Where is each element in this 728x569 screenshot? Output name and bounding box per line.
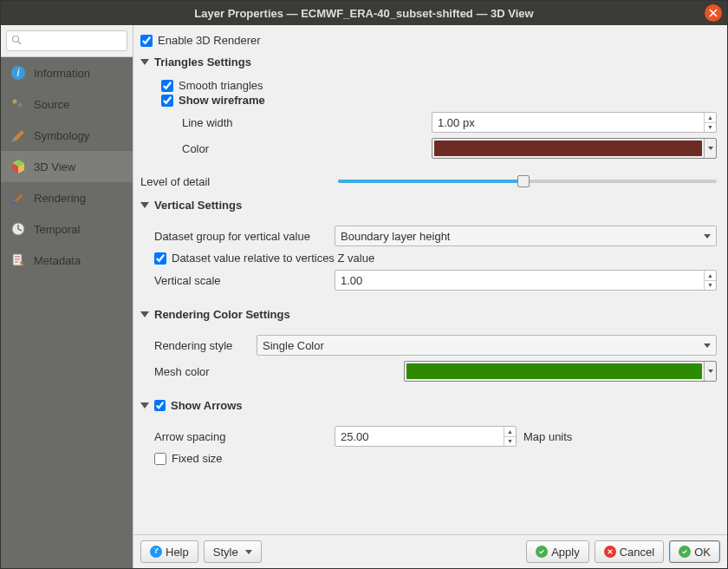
linewidth-field[interactable]: ▲▼ — [432, 112, 717, 133]
vertical-scale-input[interactable] — [335, 270, 717, 291]
show-wireframe-checkbox[interactable]: Show wireframe — [161, 94, 717, 107]
help-icon: ? — [150, 546, 162, 558]
sidebar-item-label: Source — [34, 98, 69, 111]
sidebar-item-source[interactable]: Source — [1, 88, 133, 120]
spin-up-icon[interactable]: ▲ — [704, 271, 716, 281]
spin-down-icon[interactable]: ▼ — [504, 437, 516, 447]
sidebar-item-information[interactable]: i Information — [1, 57, 133, 88]
show-arrows-input[interactable] — [154, 400, 166, 411]
chevron-down-icon — [704, 234, 711, 239]
smooth-triangles-checkbox[interactable]: Smooth triangles — [161, 79, 717, 92]
fixed-size-input[interactable] — [154, 453, 166, 465]
wire-color-button[interactable] — [432, 138, 717, 159]
sidebar-item-rendering[interactable]: Rendering — [1, 182, 133, 213]
window-title: Layer Properties — ECMWF_ERA-40_subset-s… — [194, 7, 533, 20]
wire-color-label: Color — [182, 142, 425, 155]
color-dropdown-icon[interactable] — [704, 362, 716, 381]
chevron-down-icon — [704, 343, 711, 348]
svg-line-1 — [18, 42, 21, 44]
relative-z-checkbox[interactable]: Dataset value relative to vertices Z val… — [154, 252, 717, 265]
slider-thumb[interactable] — [517, 175, 530, 187]
sidebar-item-temporal[interactable]: Temporal — [1, 213, 133, 245]
spin-up-icon[interactable]: ▲ — [704, 113, 716, 123]
enable-3d-checkbox[interactable]: Enable 3D Renderer — [140, 34, 717, 47]
arrow-spacing-row: Arrow spacing ▲▼ Map units — [154, 426, 717, 447]
triangles-body: Smooth triangles Show wireframe Line wid… — [140, 74, 717, 167]
lod-row: Level of detail — [140, 173, 717, 190]
rcolor-heading[interactable]: Rendering Color Settings — [140, 308, 717, 321]
cancel-button[interactable]: Cancel — [595, 540, 664, 563]
section-title: Vertical Settings — [154, 199, 242, 212]
wire-color-row: Color — [182, 138, 717, 159]
check-icon — [679, 546, 691, 558]
wire-color-swatch — [434, 141, 702, 156]
apply-button[interactable]: Apply — [526, 540, 589, 563]
rcolor-body: Rendering style Single Color Mesh color — [140, 326, 717, 390]
color-dropdown-icon[interactable] — [704, 139, 716, 158]
sidebar-item-label: Metadata — [34, 254, 81, 267]
vertical-body: Dataset group for vertical value Boundar… — [140, 217, 717, 299]
sidebar-item-metadata[interactable]: Metadata — [1, 245, 133, 276]
arrow-spacing-input[interactable] — [335, 426, 517, 447]
spin-up-icon[interactable]: ▲ — [504, 427, 516, 437]
ok-button[interactable]: OK — [669, 540, 720, 563]
style-button[interactable]: Style — [204, 540, 262, 563]
lod-label: Level of detail — [140, 175, 331, 188]
help-button[interactable]: ? Help — [140, 540, 198, 563]
collapse-icon — [140, 402, 149, 409]
style-label: Style — [213, 546, 238, 559]
smooth-triangles-input[interactable] — [161, 80, 173, 92]
close-button[interactable] — [705, 4, 722, 22]
relative-z-label: Dataset value relative to vertices Z val… — [172, 252, 374, 265]
linewidth-input[interactable] — [432, 112, 717, 133]
dataset-group-combo[interactable]: Boundary layer height — [335, 226, 717, 246]
show-wireframe-input[interactable] — [161, 95, 173, 107]
section-title: Show Arrows — [171, 399, 243, 412]
rendering-style-label: Rendering style — [154, 339, 250, 352]
rendering-style-combo[interactable]: Single Color — [257, 335, 717, 356]
dataset-group-label: Dataset group for vertical value — [154, 230, 328, 243]
titlebar: Layer Properties — ECMWF_ERA-40_subset-s… — [1, 1, 727, 25]
vertical-scale-label: Vertical scale — [154, 274, 328, 287]
nav: i Information Source Symbology 3D View — [1, 57, 133, 568]
collapse-icon — [140, 59, 149, 65]
sidebar-item-label: Symbology — [34, 129, 89, 142]
vertical-scale-field[interactable]: ▲▼ — [335, 270, 717, 291]
content: Enable 3D Renderer Triangles Settings Sm… — [133, 25, 727, 534]
mesh-color-button[interactable] — [404, 361, 717, 382]
relative-z-input[interactable] — [154, 252, 166, 265]
sidebar-item-label: Temporal — [34, 223, 80, 236]
search-input[interactable] — [6, 30, 127, 51]
lod-slider[interactable] — [338, 173, 717, 190]
enable-3d-label: Enable 3D Renderer — [158, 34, 261, 47]
collapse-icon — [140, 202, 149, 208]
vertical-scale-row: Vertical scale ▲▼ — [154, 270, 717, 291]
fixed-size-label: Fixed size — [172, 452, 223, 465]
window: Layer Properties — ECMWF_ERA-40_subset-s… — [0, 0, 728, 569]
sidebar-item-3dview[interactable]: 3D View — [1, 151, 133, 182]
svg-text:?: ? — [153, 548, 159, 555]
ok-label: OK — [694, 546, 711, 559]
dataset-group-row: Dataset group for vertical value Boundar… — [154, 226, 717, 246]
arrow-spacing-field[interactable]: ▲▼ — [335, 426, 517, 447]
linewidth-row: Line width ▲▼ — [182, 112, 717, 133]
cancel-label: Cancel — [620, 546, 654, 559]
source-icon — [10, 95, 27, 113]
arrows-heading[interactable]: Show Arrows — [140, 399, 717, 412]
vertical-heading[interactable]: Vertical Settings — [140, 199, 717, 212]
mesh-color-label: Mesh color — [154, 365, 397, 378]
sidebar-item-symbology[interactable]: Symbology — [1, 120, 133, 151]
rendering-style-row: Rendering style Single Color — [154, 335, 717, 356]
main: Enable 3D Renderer Triangles Settings Sm… — [133, 25, 727, 568]
metadata-icon — [10, 252, 27, 269]
spin-down-icon[interactable]: ▼ — [704, 281, 716, 291]
enable-3d-input[interactable] — [140, 35, 153, 47]
linewidth-label: Line width — [182, 116, 425, 129]
cube-icon — [10, 158, 27, 175]
spin-down-icon[interactable]: ▼ — [704, 123, 716, 133]
fixed-size-checkbox[interactable]: Fixed size — [154, 452, 717, 465]
svg-rect-4 — [12, 201, 16, 204]
triangles-heading[interactable]: Triangles Settings — [140, 56, 717, 69]
dataset-group-value: Boundary layer height — [341, 230, 450, 243]
collapse-icon — [140, 311, 149, 317]
